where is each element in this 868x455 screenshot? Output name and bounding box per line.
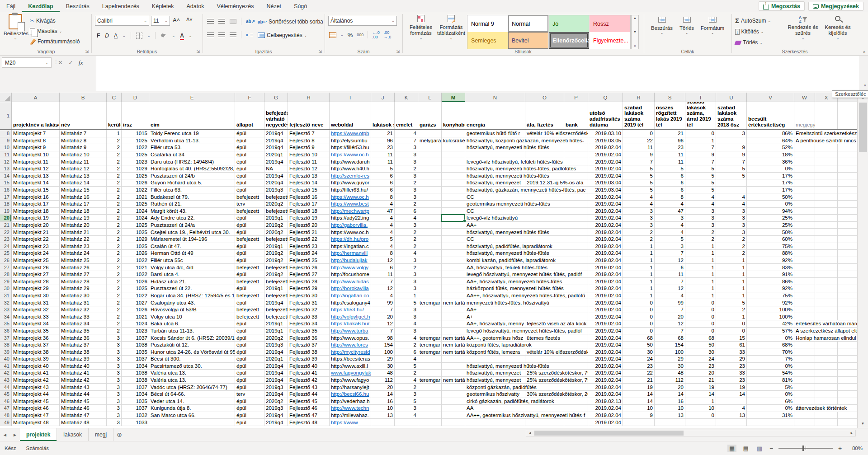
cell-Q47[interactable]: 2019.02.04: [588, 405, 623, 412]
cell-T32[interactable]: 0: [685, 299, 716, 306]
header-cell-C[interactable]: kerület: [107, 102, 122, 129]
cell-X19[interactable]: [815, 208, 838, 215]
cell-J49[interactable]: [371, 419, 395, 426]
cell-D21[interactable]: 1025: [122, 222, 149, 229]
cell-I38[interactable]: http://www.fores: [330, 342, 371, 349]
cell-E34[interactable]: Völgy utca 10: [149, 313, 235, 320]
cell-I10[interactable]: https://fillér53.hu: [330, 144, 371, 151]
cell-C37[interactable]: 3: [107, 334, 122, 342]
cell-end12[interactable]: [838, 158, 857, 165]
cell-G42[interactable]: 2019q4: [264, 370, 288, 377]
cell-X26[interactable]: [815, 257, 838, 264]
cell-Q13[interactable]: 2019.02.04: [588, 165, 623, 173]
cell-W40[interactable]: [794, 356, 815, 363]
zoom-slider-thumb[interactable]: [802, 446, 804, 451]
cell-U46[interactable]: [716, 398, 747, 405]
cell-Q34[interactable]: 2019.02.04: [588, 313, 623, 320]
cell-M17[interactable]: [442, 193, 465, 201]
cell-N10[interactable]: hőszivattyú, mennyezeti hűtés-fűtés: [465, 144, 588, 151]
cell-D22[interactable]: 1025: [122, 229, 149, 236]
cell-M34[interactable]: [442, 313, 465, 320]
cell-A31[interactable]: Mintaprojekt 30: [12, 292, 60, 300]
gallery-scroll[interactable]: ▲▼⇳: [631, 15, 639, 49]
cell-G46[interactable]: 2020q2: [264, 398, 288, 405]
cell-S31[interactable]: 4: [655, 292, 685, 300]
cell-I21[interactable]: http://gaborvilla.: [330, 222, 371, 229]
cell-C41[interactable]: 3: [107, 363, 122, 370]
cell-G49[interactable]: 2019q4: [264, 419, 288, 426]
cell-R35[interactable]: 0: [623, 320, 655, 328]
cell-end25[interactable]: [838, 250, 857, 257]
cell-A41[interactable]: Mintaprojekt 40: [12, 363, 60, 370]
cell-N48[interactable]: AA++, geotermikus hőszivattyú, mennyezet…: [465, 412, 588, 419]
cell-R23[interactable]: 2: [623, 236, 655, 243]
cell-O35[interactable]: fejlesztő viseli az áfa kock: [525, 320, 588, 328]
cell-G39[interactable]: 2019q4: [264, 348, 288, 356]
cell-U24[interactable]: 2: [716, 243, 747, 250]
cell-I45[interactable]: http://becsi66.hu: [330, 391, 371, 398]
cell-G28[interactable]: 2019q2: [264, 271, 288, 278]
sheet-tab-projektek[interactable]: projektek: [20, 428, 57, 441]
cell-style-8[interactable]: Figyelmezte...: [590, 32, 630, 49]
cell-I16[interactable]: http://filler63.hu/: [330, 187, 371, 194]
cell-I30[interactable]: http://borokavilla: [330, 285, 371, 292]
cell-B35[interactable]: Mintaház 34: [60, 320, 107, 328]
cell-U48[interactable]: 13: [716, 412, 747, 419]
row-header-41[interactable]: 41: [0, 363, 12, 370]
cell-B11[interactable]: Mintaház 10: [60, 151, 107, 159]
cell-end11[interactable]: [838, 151, 857, 159]
cell-J21[interactable]: 4: [371, 222, 395, 229]
cell-J20[interactable]: 4: [371, 215, 395, 222]
fill-color-button[interactable]: [160, 33, 167, 38]
cell-U32[interactable]: 5: [716, 299, 747, 306]
cell-L35[interactable]: [418, 320, 442, 328]
cell-E35[interactable]: Baka utca 6.: [149, 320, 235, 328]
cell-R47[interactable]: 10: [623, 405, 655, 412]
cell-C33[interactable]: 2: [107, 306, 122, 314]
row-header-11[interactable]: 11: [0, 151, 12, 159]
cell-K31[interactable]: 1: [395, 292, 418, 300]
percent-style-button[interactable]: %: [348, 32, 353, 38]
cell-X31[interactable]: [815, 292, 838, 300]
cell-L34[interactable]: [418, 313, 442, 320]
cell-H14[interactable]: Fejlesztő 13: [288, 173, 330, 180]
cell-B20[interactable]: Mintaház 19: [60, 215, 107, 222]
cell-G11[interactable]: 2020q1: [264, 151, 288, 159]
cell-W23[interactable]: [794, 236, 815, 243]
cell-M20[interactable]: [442, 215, 465, 222]
cell-G23[interactable]: befejezett (: [264, 236, 288, 243]
cell-W8[interactable]: Emeltszintű szerkezetkész á: [794, 130, 857, 137]
cell-end46[interactable]: [838, 398, 857, 405]
cell-R20[interactable]: 3: [623, 215, 655, 222]
cell-K39[interactable]: 6: [395, 348, 418, 356]
cell-I34[interactable]: http://volgyliget.h: [330, 313, 371, 320]
align-center-icon[interactable]: [218, 33, 225, 38]
cell-N35[interactable]: AA+, hőszivattyú, menny: [465, 320, 525, 328]
cell-E49[interactable]: [149, 419, 235, 426]
cell-I25[interactable]: http://hermanvill: [330, 250, 371, 257]
cell-N22[interactable]: hőszivattyú, mennyezeti hűtés-fűtés: [465, 229, 588, 236]
cell-Q21[interactable]: 2019.02.04: [588, 222, 623, 229]
cell-F48[interactable]: épül: [235, 412, 264, 419]
cell-N41[interactable]: hőszivattyú, mennyezeti hűtés-fűtés: [465, 363, 588, 370]
cell-E10[interactable]: Fillér utca 53.: [149, 144, 235, 151]
cell-S49[interactable]: [655, 419, 685, 426]
cell-L47[interactable]: [418, 405, 442, 412]
cell-Q37[interactable]: 2019.02.04: [588, 334, 623, 342]
cell-I28[interactable]: http://focushome: [330, 271, 371, 278]
cell-J11[interactable]: 11: [371, 151, 395, 159]
cell-T30[interactable]: 1: [685, 285, 716, 292]
cell-end19[interactable]: [838, 208, 857, 215]
row-header-47[interactable]: 47: [0, 405, 12, 412]
cell-Q18[interactable]: 2019.02.04: [588, 201, 623, 208]
cell-G9[interactable]: 2019q4: [264, 137, 288, 145]
cell-K17[interactable]: 3: [395, 193, 418, 201]
cell-X48[interactable]: [815, 412, 838, 419]
header-cell-N[interactable]: energia: [465, 102, 525, 129]
find-select-button[interactable]: Keresés és kijelölés⌄: [822, 16, 854, 40]
normal-view-icon[interactable]: ▦: [727, 445, 736, 452]
cell-end27[interactable]: [838, 264, 857, 271]
clipboard-dialog-launcher[interactable]: ⇲: [85, 49, 89, 54]
cell-J33[interactable]: 7: [371, 306, 395, 314]
cell-C36[interactable]: 2: [107, 328, 122, 335]
